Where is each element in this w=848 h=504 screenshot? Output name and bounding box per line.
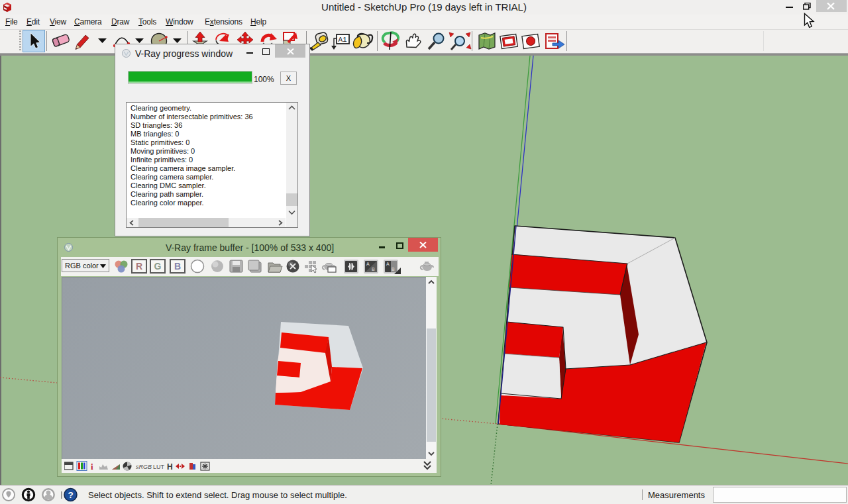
svg-text:A1: A1 xyxy=(339,36,348,44)
svg-text:sRGB: sRGB xyxy=(136,464,152,470)
svg-text:B: B xyxy=(392,267,395,272)
svg-text:A: A xyxy=(366,262,370,266)
svg-text:i: i xyxy=(91,462,93,472)
svg-text:H: H xyxy=(167,462,173,472)
svg-text:B: B xyxy=(372,267,375,272)
svg-text:A: A xyxy=(386,262,390,266)
svg-text:?: ? xyxy=(68,490,73,500)
svg-text:LUT: LUT xyxy=(153,464,165,470)
